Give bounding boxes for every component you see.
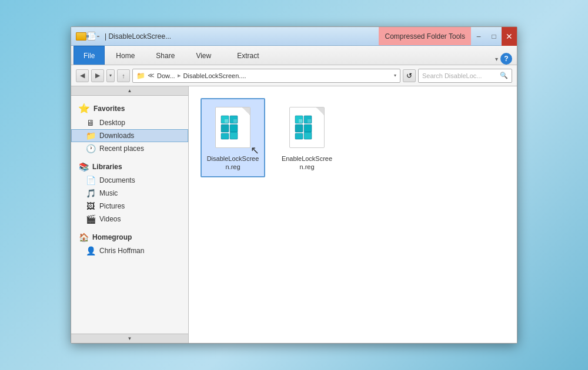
svg-rect-10 (295, 125, 303, 132)
tab-extract[interactable]: Extract (222, 46, 273, 65)
close-button[interactable]: ✕ (502, 27, 517, 46)
svg-marker-6 (225, 119, 228, 123)
homegroup-icon: 🏠 (78, 233, 89, 242)
ribbon-collapse-icon[interactable]: ▾ (495, 56, 498, 62)
ribbon-help-button[interactable]: ? (500, 53, 512, 65)
videos-icon: 🎬 (85, 214, 96, 224)
doc-icon: ■ (88, 32, 95, 41)
pictures-icon: 🖼 (85, 201, 96, 211)
downloads-label: Downloads (99, 132, 134, 140)
favorites-label: Favorites (93, 105, 125, 113)
sidebar-item-recent[interactable]: 🕐 Recent places (71, 142, 188, 155)
reg-file-icon-enable (289, 107, 325, 148)
sidebar-section-homegroup: 🏠 Homegroup (71, 230, 188, 244)
search-box[interactable]: Search DisableLoc... 🔍 (418, 69, 512, 83)
content-area: ↖ DisableLockScreen.reg (189, 86, 517, 343)
file-item-enable[interactable]: EnableLockScreen.reg (275, 98, 339, 177)
libraries-label: Libraries (92, 163, 122, 171)
file-grid: ↖ DisableLockScreen.reg (196, 93, 510, 182)
cubes-svg-disable (220, 115, 246, 140)
nav-dropdown[interactable]: ▾ (106, 69, 115, 82)
main-area: ▲ ⭐ Favorites 🖥 Desktop 📁 Downloads 🕐 (71, 86, 517, 343)
libraries-icon: 📚 (78, 162, 89, 171)
sidebar-section-libraries: 📚 Libraries (71, 160, 188, 174)
documents-label: Documents (99, 176, 135, 184)
ribbon: File Home Share View Extract ▾ ? (71, 46, 517, 65)
sidebar-item-desktop[interactable]: 🖥 Desktop (71, 116, 188, 129)
sidebar-item-downloads[interactable]: 📁 Downloads (71, 129, 188, 142)
desktop-label: Desktop (99, 119, 125, 127)
address-box[interactable]: 📁 ≪ Dow... ▸ DisableLockScreen.... ▾ (132, 69, 400, 83)
address-separator: ▸ (178, 72, 181, 79)
svg-rect-13 (304, 132, 312, 139)
svg-marker-14 (299, 119, 302, 123)
recent-icon: 🕐 (85, 144, 96, 153)
pictures-label: Pictures (99, 202, 125, 210)
svg-marker-15 (308, 119, 311, 123)
sidebar: ▲ ⭐ Favorites 🖥 Desktop 📁 Downloads 🕐 (71, 86, 189, 343)
svg-rect-2 (221, 125, 229, 132)
ribbon-right: ▾ ? (495, 53, 514, 65)
title-bar-left: ■ | DisableLockScree... (71, 27, 379, 45)
folder-icon (76, 32, 86, 41)
explorer-window: ■ | DisableLockScree... Compressed Folde… (71, 26, 517, 344)
title-bar: ■ | DisableLockScree... Compressed Folde… (71, 27, 517, 46)
svg-rect-12 (295, 133, 303, 139)
tab-home[interactable]: Home (106, 46, 145, 65)
cubes-svg-enable (294, 115, 320, 140)
forward-button[interactable]: ▶ (91, 69, 104, 82)
sidebar-item-music[interactable]: 🎵 Music (71, 187, 188, 200)
sidebar-item-pictures[interactable]: 🖼 Pictures (71, 200, 188, 213)
address-part1: Dow... (157, 72, 175, 79)
search-placeholder-text: Search DisableLoc... (422, 72, 482, 79)
search-icon[interactable]: 🔍 (500, 72, 508, 79)
svg-rect-5 (230, 132, 238, 139)
sidebar-section-favorites: ⭐ Favorites (71, 100, 188, 116)
svg-rect-11 (304, 125, 312, 132)
sidebar-scroll-up[interactable]: ▲ (71, 86, 188, 96)
sidebar-content: ⭐ Favorites 🖥 Desktop 📁 Downloads 🕐 Rece… (71, 100, 188, 257)
address-folder-icon: 📁 (136, 72, 145, 80)
user-icon: 👤 (85, 246, 96, 255)
refresh-button[interactable]: ↺ (403, 69, 416, 82)
ribbon-tabs: File Home Share View Extract ▾ ? (71, 46, 517, 65)
spacer1 (71, 155, 188, 160)
svg-marker-7 (233, 119, 237, 123)
chrishoffman-label: Chris Hoffman (99, 247, 144, 255)
tab-file[interactable]: File (74, 46, 105, 65)
file-label-disable: DisableLockScreen.reg (207, 154, 259, 171)
reg-file-icon-disable (215, 107, 250, 148)
file-icon-container-enable (283, 104, 330, 151)
videos-label: Videos (99, 215, 121, 223)
up-button[interactable]: ↑ (117, 69, 130, 82)
sidebar-item-documents[interactable]: 📄 Documents (71, 174, 188, 187)
window-controls: – □ ✕ (471, 27, 517, 45)
sidebar-item-chrishoffman[interactable]: 👤 Chris Hoffman (71, 244, 188, 257)
compressed-folder-tools-label: Compressed Folder Tools (379, 27, 471, 45)
separator-icon (97, 36, 99, 37)
music-icon: 🎵 (85, 189, 96, 198)
downloads-icon: 📁 (85, 131, 96, 140)
file-icon-container-disable: ↖ (209, 104, 256, 151)
tab-share[interactable]: Share (146, 46, 185, 65)
address-bar: ◀ ▶ ▾ ↑ 📁 ≪ Dow... ▸ DisableLockScreen..… (71, 65, 517, 86)
address-dropdown-icon[interactable]: ▾ (394, 73, 396, 78)
desktop-icon: 🖥 (85, 118, 96, 127)
spacer2 (71, 226, 188, 230)
recent-label: Recent places (99, 144, 144, 153)
sidebar-item-videos[interactable]: 🎬 Videos (71, 213, 188, 226)
window-title: | DisableLockScree... (102, 32, 171, 41)
svg-rect-3 (230, 125, 238, 132)
tab-view[interactable]: View (186, 46, 221, 65)
address-part2: DisableLockScreen.... (183, 72, 246, 79)
music-label: Music (99, 189, 118, 197)
sidebar-scroll-down[interactable]: ▼ (71, 334, 188, 343)
minimize-button[interactable]: – (471, 27, 486, 46)
title-icons: ■ (76, 32, 100, 41)
back-button[interactable]: ◀ (76, 69, 89, 82)
file-item-disable[interactable]: ↖ DisableLockScreen.reg (201, 98, 265, 177)
homegroup-label: Homegroup (92, 233, 132, 241)
star-icon: ⭐ (78, 103, 90, 114)
maximize-button[interactable]: □ (486, 27, 502, 46)
documents-icon: 📄 (85, 176, 96, 185)
